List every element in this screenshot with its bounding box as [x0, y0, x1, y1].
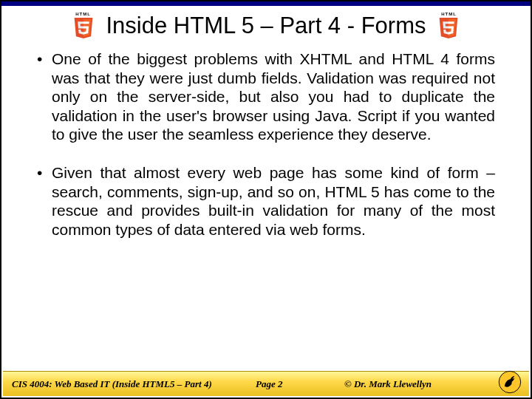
slide: HTML Inside HTML 5 – Part 4 - Forms HTML…: [0, 0, 532, 399]
logo-word: HTML: [75, 12, 91, 16]
html5-logo-right: HTML: [436, 12, 461, 39]
pegasus-seal-icon: [498, 370, 522, 394]
html5-shield-icon: [73, 17, 94, 39]
footer-course: CIS 4004: Web Based IT (Inside HTML5 – P…: [12, 378, 256, 390]
footer-bar: CIS 4004: Web Based IT (Inside HTML5 – P…: [3, 371, 529, 396]
content-area: One of the biggest problems with XHTML a…: [1, 44, 531, 398]
title-row: HTML Inside HTML 5 – Part 4 - Forms HTML: [1, 6, 531, 44]
logo-word: HTML: [441, 12, 457, 16]
bullet-2: Given that almost every web page has som…: [37, 163, 495, 239]
html5-logo-left: HTML: [71, 12, 96, 39]
footer-author: © Dr. Mark Llewellyn: [344, 378, 432, 390]
html5-shield-icon: [438, 17, 459, 39]
page-title: Inside HTML 5 – Part 4 - Forms: [106, 13, 426, 39]
bullet-1: One of the biggest problems with XHTML a…: [37, 50, 495, 144]
footer-page: Page 2: [256, 378, 344, 390]
